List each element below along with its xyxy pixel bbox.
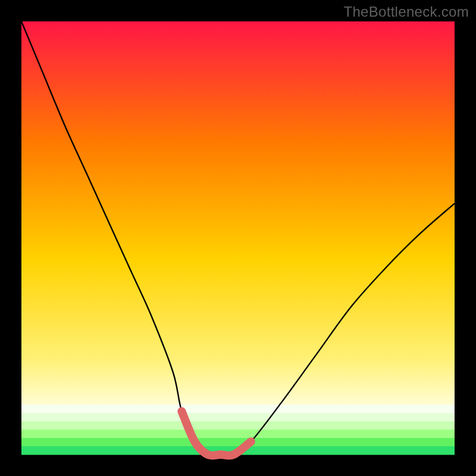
watermark-text: TheBottleneck.com bbox=[343, 4, 469, 20]
green-band bbox=[21, 413, 455, 422]
green-band bbox=[21, 421, 455, 430]
chart-svg bbox=[0, 0, 476, 476]
green-band bbox=[21, 438, 455, 447]
green-band bbox=[21, 430, 455, 439]
green-band bbox=[21, 405, 455, 414]
chart-container: TheBottleneck.com bbox=[0, 0, 476, 476]
plot-background bbox=[21, 21, 455, 455]
